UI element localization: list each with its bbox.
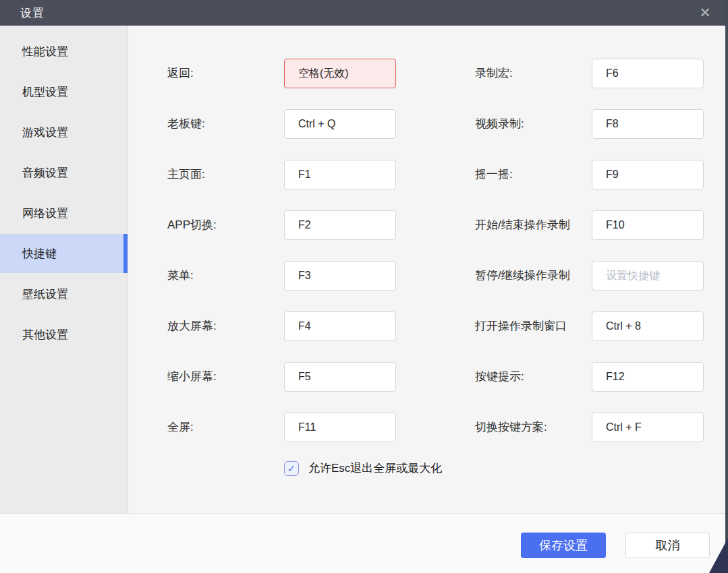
sidebar-item-audio[interactable]: 音频设置 [0,153,128,192]
hotkey-label: 放大屏幕: [167,318,284,335]
hotkey-input-record-macro[interactable] [592,59,704,88]
hotkey-input-boss-key[interactable] [284,109,396,139]
hotkey-input-fullscreen[interactable] [284,413,396,442]
hotkey-input-back[interactable] [284,59,396,88]
sidebar-item-label: 音频设置 [22,165,68,181]
hotkey-label: 主页面: [167,166,284,183]
hotkey-row-shake: 摇一摇: [475,160,704,189]
settings-sidebar: 性能设置 机型设置 游戏设置 音频设置 网络设置 快捷键 壁纸设置 其他设置 [0,26,128,513]
hotkey-label: 录制宏: [475,65,592,82]
hotkey-input-open-op-record-window[interactable] [592,311,704,341]
hotkey-input-home[interactable] [284,160,396,189]
sidebar-item-performance[interactable]: 性能设置 [0,32,128,71]
hotkey-row-zoom-out: 缩小屏幕: [167,362,396,392]
hotkey-input-menu[interactable] [284,261,396,291]
sidebar-item-label: 其他设置 [22,327,68,342]
hotkey-label: APP切换: [167,216,284,234]
hotkey-input-shake[interactable] [592,160,704,189]
hotkey-input-switch-key-scheme[interactable] [592,413,704,442]
sidebar-item-label: 游戏设置 [22,125,68,140]
checkmark-icon: ✓ [287,462,296,475]
hotkey-input-app-switch[interactable] [284,210,396,240]
titlebar: 设置 ✕ [0,0,728,26]
esc-exit-fullscreen-label: 允许Esc退出全屏或最大化 [308,460,442,476]
save-settings-button[interactable]: 保存设置 [521,533,606,558]
footer-bar: 保存设置 取消 [0,513,728,573]
settings-window: 设置 ✕ 性能设置 机型设置 游戏设置 音频设置 网络设置 快捷键 壁纸设置 其… [0,0,728,573]
hotkey-input-key-hints[interactable] [592,362,704,392]
sidebar-item-label: 快捷键 [22,246,57,262]
hotkey-label: 返回: [167,65,284,82]
sidebar-item-label: 性能设置 [22,44,68,59]
hotkey-input-video-record[interactable] [592,109,704,139]
sidebar-item-hotkeys[interactable]: 快捷键 [0,234,128,273]
hotkey-row-home: 主页面: [167,160,396,189]
hotkey-row-video-record: 视频录制: [475,109,704,139]
hotkeys-panel: 返回: 老板键: 主页面: APP切换: 菜单: 放大屏幕: 缩小屏幕: 全屏 [128,26,728,513]
hotkey-label: 老板键: [167,115,284,133]
hotkey-input-zoom-out[interactable] [284,362,396,392]
hotkey-label: 菜单: [167,267,284,284]
hotkey-row-record-macro: 录制宏: [475,59,704,88]
sidebar-item-wallpaper[interactable]: 壁纸设置 [0,274,128,313]
sidebar-item-device-model[interactable]: 机型设置 [0,72,128,111]
hotkey-row-back: 返回: [167,59,396,88]
sidebar-item-game[interactable]: 游戏设置 [0,113,128,152]
esc-exit-fullscreen-checkbox[interactable]: ✓ [284,461,299,476]
sidebar-item-label: 机型设置 [22,84,68,100]
selected-indicator-bar [123,234,128,273]
hotkey-row-zoom-in: 放大屏幕: [167,311,396,341]
hotkey-row-boss-key: 老板键: [167,109,396,139]
hotkey-row-start-stop-op-record: 开始/结束操作录制 [475,210,704,240]
esc-exit-fullscreen-row: ✓ 允许Esc退出全屏或最大化 [284,460,442,476]
hotkey-label: 打开操作录制窗口 [475,318,592,335]
hotkey-row-app-switch: APP切换: [167,210,396,240]
hotkey-label: 全屏: [167,419,284,436]
window-title: 设置 [20,5,45,21]
cancel-button[interactable]: 取消 [625,533,710,558]
hotkey-label: 切换按键方案: [475,419,592,436]
hotkey-row-key-hints: 按键提示: [475,362,704,392]
hotkey-label: 摇一摇: [475,166,592,183]
hotkey-input-start-stop-op-record[interactable] [592,210,704,240]
sidebar-item-other[interactable]: 其他设置 [0,315,128,354]
hotkey-label: 缩小屏幕: [167,368,284,386]
hotkey-label: 暂停/继续操作录制 [475,267,592,284]
sidebar-item-label: 壁纸设置 [22,286,68,302]
hotkey-input-pause-resume-op-record[interactable] [592,261,704,291]
hotkey-label: 视频录制: [475,115,592,133]
hotkey-row-menu: 菜单: [167,261,396,291]
close-icon[interactable]: ✕ [690,0,720,26]
hotkey-row-pause-resume-op-record: 暂停/继续操作录制 [475,261,704,291]
hotkey-label: 开始/结束操作录制 [475,216,592,234]
hotkey-row-fullscreen: 全屏: [167,413,396,442]
hotkey-row-switch-key-scheme: 切换按键方案: [475,413,704,442]
sidebar-item-network[interactable]: 网络设置 [0,193,128,233]
hotkey-row-open-op-record-window: 打开操作录制窗口 [475,311,704,341]
hotkey-input-zoom-in[interactable] [284,311,396,341]
hotkey-label: 按键提示: [475,368,592,386]
sidebar-item-label: 网络设置 [22,206,68,221]
